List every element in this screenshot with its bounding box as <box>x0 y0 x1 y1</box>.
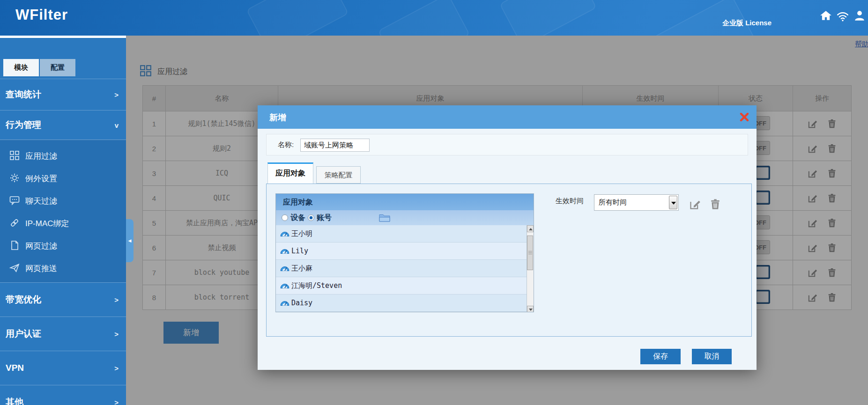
send-icon <box>9 263 21 274</box>
subitem-label: 聊天过滤 <box>25 196 57 206</box>
wifi-icon[interactable] <box>837 10 849 22</box>
scroll-up-button[interactable] <box>527 225 534 232</box>
rule-name-input[interactable] <box>300 139 370 152</box>
device-radio-label: 设备 <box>290 213 305 223</box>
sidebar-subitem-网页过滤[interactable]: 网页过滤 <box>0 235 126 257</box>
save-button[interactable]: 保存 <box>640 349 681 364</box>
header-decor <box>499 0 597 36</box>
chevron-icon: > <box>114 330 119 338</box>
sidebar-subitem-网页推送[interactable]: 网页推送 <box>0 257 126 280</box>
user-icon[interactable] <box>853 9 866 22</box>
object-type-row: 设备 账号 <box>276 210 534 225</box>
account-name: Lily <box>291 247 308 255</box>
apply-objects-panel: 应用对象 设备 账号 王小明Lily王小麻江海明/StevenDaisy <box>266 184 752 337</box>
subitem-label: 网页推送 <box>25 263 57 274</box>
sidebar: 模块 配置 查询统计>行为管理v应用过滤例外设置聊天过滤IP-MAC绑定网页过滤… <box>0 36 126 405</box>
header-decor <box>246 0 349 36</box>
subitem-label: 网页过滤 <box>25 241 57 251</box>
account-radio[interactable] <box>308 214 314 221</box>
license-label: 企业版 License <box>722 19 772 28</box>
account-gauge-icon <box>280 264 291 273</box>
scroll-thumb[interactable] <box>527 236 533 270</box>
app-header: WFilter 企业版 License <box>0 0 868 36</box>
header-decor <box>649 0 756 36</box>
account-item[interactable]: Lily <box>276 243 534 260</box>
sidebar-item-其他[interactable]: 其他> <box>0 385 126 405</box>
chevron-icon: v <box>115 121 119 129</box>
rule-name-label: 名称: <box>278 140 294 149</box>
add-rule-modal: 新增 名称: 应用对象 策略配置 应用对象 设备 账号 <box>258 105 757 370</box>
cancel-button[interactable]: 取消 <box>692 349 732 364</box>
tab-modules[interactable]: 模块 <box>3 59 39 76</box>
close-icon[interactable] <box>740 112 749 122</box>
sidebar-subitem-例外设置[interactable]: 例外设置 <box>0 167 126 190</box>
device-radio[interactable] <box>282 214 288 221</box>
modal-title: 新增 <box>269 112 286 123</box>
wfilter-app: WFilter 企业版 License 模块 配置 查询统计>行为管理v应用过滤… <box>0 0 868 405</box>
sidebar-submenu: 应用过滤例外设置聊天过滤IP-MAC绑定网页过滤网页推送 <box>0 140 126 282</box>
sidebar-item-用户认证[interactable]: 用户认证> <box>0 317 126 351</box>
home-icon[interactable] <box>820 9 832 22</box>
sidebar-item-label: 其他 <box>6 396 23 405</box>
account-name: Daisy <box>291 299 312 307</box>
sidebar-item-带宽优化[interactable]: 带宽优化> <box>0 282 126 317</box>
subitem-label: 例外设置 <box>25 173 57 184</box>
account-gauge-icon <box>280 298 291 308</box>
sidebar-top-strip <box>0 36 126 38</box>
dropdown-arrow-icon[interactable] <box>669 196 677 209</box>
sidebar-subitem-聊天过滤[interactable]: 聊天过滤 <box>0 190 126 212</box>
effective-time-dropdown[interactable]: 所有时间 <box>594 194 679 211</box>
account-item[interactable]: 王小明 <box>276 225 534 243</box>
gear-icon <box>9 173 21 184</box>
page-icon <box>9 240 21 251</box>
sidebar-item-行为管理[interactable]: 行为管理v <box>0 110 126 140</box>
account-name: 江海明/Steven <box>291 281 342 290</box>
account-rows: 王小明Lily王小麻江海明/StevenDaisy <box>276 225 534 312</box>
tab-config[interactable]: 配置 <box>40 59 75 76</box>
sidebar-item-label: VPN <box>6 363 24 373</box>
account-name: 王小麻 <box>291 264 312 273</box>
delete-time-icon[interactable] <box>709 198 722 211</box>
subitem-label: 应用过滤 <box>25 151 57 162</box>
modal-tab-policy-config[interactable]: 策略配置 <box>316 166 361 184</box>
sidebar-item-label: 带宽优化 <box>6 294 41 306</box>
chevron-icon: > <box>114 91 119 99</box>
account-item[interactable]: 王小麻 <box>276 260 534 277</box>
chevron-icon: > <box>114 364 119 372</box>
sidebar-item-label: 用户认证 <box>6 328 41 340</box>
effective-time-value: 所有时间 <box>599 198 627 207</box>
grid-icon <box>9 150 21 162</box>
app-logo: WFilter <box>15 7 68 23</box>
sidebar-subitem-IP-MAC绑定[interactable]: IP-MAC绑定 <box>0 212 126 235</box>
sidebar-item-label: 行为管理 <box>6 119 41 131</box>
chat-icon <box>9 195 21 206</box>
account-gauge-icon <box>280 229 291 239</box>
account-name: 王小明 <box>291 229 312 238</box>
account-radio-label: 账号 <box>317 213 332 223</box>
sidebar-collapse-handle[interactable]: ◀ <box>126 219 134 262</box>
scroll-down-button[interactable] <box>527 306 534 312</box>
sidebar-item-VPN[interactable]: VPN> <box>0 351 126 385</box>
sidebar-subitem-应用过滤[interactable]: 应用过滤 <box>0 145 126 167</box>
modal-tab-apply-objects[interactable]: 应用对象 <box>267 162 313 184</box>
modal-titlebar: 新增 <box>258 105 757 129</box>
folder-icon[interactable] <box>379 214 390 222</box>
sidebar-menu: 查询统计>行为管理v应用过滤例外设置聊天过滤IP-MAC绑定网页过滤网页推送带宽… <box>0 79 126 405</box>
account-gauge-icon <box>280 281 291 291</box>
object-list-header: 应用对象 <box>276 194 534 210</box>
link-icon <box>9 218 21 229</box>
edit-time-icon[interactable] <box>689 198 701 211</box>
chevron-icon: > <box>114 296 119 304</box>
rule-name-section: 名称: <box>266 134 748 155</box>
header-decor <box>378 0 470 36</box>
sidebar-tabs: 模块 配置 <box>3 59 75 76</box>
sidebar-item-查询统计[interactable]: 查询统计> <box>0 79 126 110</box>
list-scrollbar[interactable] <box>527 225 534 312</box>
object-list: 应用对象 设备 账号 王小明Lily王小麻江海明/StevenDaisy <box>275 193 534 312</box>
account-gauge-icon <box>280 246 291 256</box>
account-item[interactable]: Daisy <box>276 295 534 312</box>
subitem-label: IP-MAC绑定 <box>25 218 69 229</box>
chevron-icon: > <box>114 398 119 405</box>
account-item[interactable]: 江海明/Steven <box>276 277 534 295</box>
sidebar-item-label: 查询统计 <box>6 88 41 101</box>
